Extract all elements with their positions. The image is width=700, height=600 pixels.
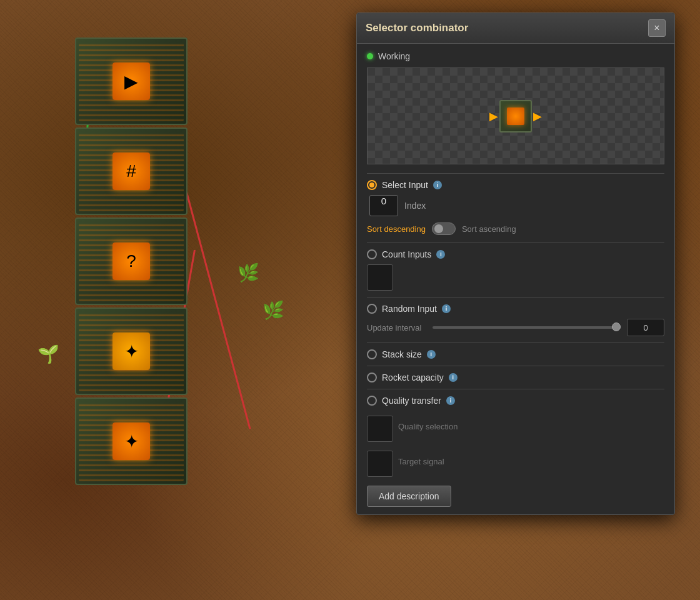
random-input-radio[interactable] — [367, 304, 377, 314]
status-text: Working — [378, 51, 410, 61]
preview-area: ▶ ▶ — [367, 68, 664, 164]
toggle-knob — [434, 224, 443, 233]
update-interval-label: Update interval — [367, 323, 426, 332]
arrow-left-icon: ▶ — [489, 109, 498, 123]
quality-transfer-info-icon[interactable]: i — [446, 396, 455, 405]
update-interval-row: Update interval 0 — [367, 319, 664, 336]
machine-display-4: ✦ — [112, 332, 150, 370]
machine-unit-1: ▶ — [75, 38, 188, 125]
machine-display-3: ? — [112, 242, 150, 280]
rocket-capacity-info-icon[interactable]: i — [449, 373, 458, 382]
quality-selection-slot-row: Quality selection — [367, 411, 458, 442]
separator-1 — [367, 173, 664, 174]
stack-size-radio[interactable] — [367, 349, 377, 359]
target-signal-slot[interactable] — [367, 451, 393, 477]
count-inputs-radio[interactable] — [367, 249, 377, 259]
rocket-capacity-label: Rocket capacity — [382, 372, 444, 382]
quality-slots: Quality selection — [367, 411, 664, 442]
slider-thumb[interactable] — [612, 322, 621, 331]
random-input-info-icon[interactable]: i — [442, 304, 451, 313]
arrow-right-icon: ▶ — [533, 109, 542, 123]
machine-display-1: ▶ — [112, 62, 150, 100]
preview-machine: ▶ ▶ — [499, 100, 532, 132]
separator-4 — [367, 342, 664, 343]
count-inputs-info-icon[interactable]: i — [436, 250, 445, 259]
select-input-row[interactable]: Select Input i — [367, 180, 664, 190]
machine-unit-4: ✦ — [75, 308, 188, 395]
index-label: Index — [404, 201, 426, 211]
machine-unit-3: ? — [75, 218, 188, 305]
panel-title: Selector combinator — [366, 22, 468, 34]
sort-ascending-label: Sort ascending — [462, 224, 516, 234]
close-button[interactable]: × — [648, 19, 666, 37]
status-line: Working — [367, 51, 664, 61]
sort-toggle[interactable] — [432, 222, 456, 235]
plant-decoration: 🌿 — [238, 262, 259, 283]
separator-5 — [367, 366, 664, 366]
preview-machine-inner — [507, 108, 524, 125]
machines-column: ▶ # ? ✦ ✦ — [75, 38, 200, 485]
sort-row: Sort descending Sort ascending — [367, 222, 664, 235]
machine-display-2: # — [112, 152, 150, 190]
quality-transfer-label: Quality transfer — [382, 396, 441, 406]
count-inputs-label: Count Inputs — [382, 249, 431, 259]
update-interval-slider[interactable] — [432, 326, 621, 329]
count-inputs-signal-slot[interactable] — [367, 264, 393, 291]
rocket-capacity-radio[interactable] — [367, 372, 377, 382]
stack-size-label: Stack size — [382, 349, 422, 359]
random-input-row[interactable]: Random Input i — [367, 304, 664, 314]
select-input-info-icon[interactable]: i — [433, 181, 442, 189]
panel-body: Working ▶ ▶ Select Input i 0 Index Sort … — [357, 44, 674, 514]
rocket-capacity-row[interactable]: Rocket capacity i — [367, 372, 664, 382]
count-inputs-row[interactable]: Count Inputs i — [367, 249, 664, 259]
target-signal-placeholder: Target signal — [398, 457, 444, 466]
stack-size-info-icon[interactable]: i — [427, 350, 436, 359]
machine-unit-5: ✦ — [75, 398, 188, 485]
index-row: 0 Index — [369, 195, 664, 216]
add-description-button[interactable]: Add description — [367, 486, 451, 507]
select-input-radio[interactable] — [367, 180, 377, 190]
machine-display-5: ✦ — [112, 422, 150, 460]
target-signal-slot-row: Target signal — [367, 446, 664, 477]
machine-unit-2: # — [75, 128, 188, 215]
quality-selection-slot[interactable] — [367, 416, 393, 442]
panel-header: Selector combinator × — [357, 13, 674, 44]
plant-decoration: 🌿 — [262, 300, 284, 321]
update-interval-value[interactable]: 0 — [627, 319, 664, 336]
separator-6 — [367, 389, 664, 389]
quality-transfer-radio[interactable] — [367, 396, 377, 406]
index-input[interactable]: 0 — [369, 195, 398, 216]
separator-3 — [367, 297, 664, 298]
status-dot — [367, 53, 373, 59]
quality-transfer-row[interactable]: Quality transfer i — [367, 396, 664, 406]
random-input-section: Random Input i Update interval 0 — [367, 304, 664, 336]
quality-selection-placeholder: Quality selection — [398, 422, 458, 431]
count-inputs-section: Count Inputs i — [367, 249, 664, 291]
sort-descending-label: Sort descending — [367, 224, 426, 234]
random-input-label: Random Input — [382, 304, 437, 314]
selector-combinator-panel: Selector combinator × Working ▶ ▶ Select… — [356, 12, 675, 515]
stack-size-row[interactable]: Stack size i — [367, 349, 664, 359]
separator-2 — [367, 242, 664, 243]
plant-decoration: 🌱 — [38, 344, 59, 364]
select-input-label: Select Input — [382, 180, 428, 190]
